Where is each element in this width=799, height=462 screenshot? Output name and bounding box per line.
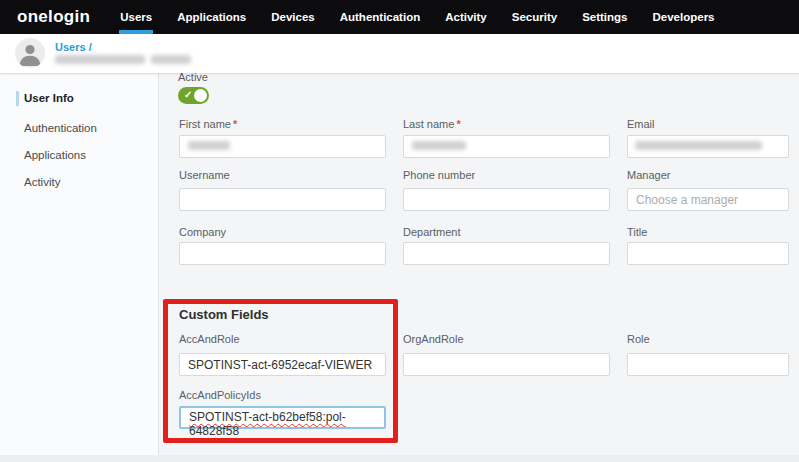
acc-and-policy-ids-value: SPOTINST-act-b62bef58:pol-64828f58 <box>189 410 346 438</box>
redacted-first-name <box>188 141 230 150</box>
nav-item-developers[interactable]: Developers <box>653 0 715 34</box>
redacted-email <box>635 141 762 150</box>
nav-item-devices[interactable]: Devices <box>271 0 314 34</box>
email-label: Email <box>627 118 655 130</box>
company-input[interactable] <box>179 242 386 265</box>
username-input[interactable] <box>179 188 386 211</box>
manager-input[interactable] <box>627 188 789 211</box>
sidebar-item-user-info[interactable]: User Info <box>24 92 74 104</box>
org-and-role-label: OrgAndRole <box>403 333 464 345</box>
first-name-label: First name* <box>179 118 237 130</box>
acc-and-role-label: AccAndRole <box>179 333 240 345</box>
footer-strip <box>0 455 799 462</box>
username-label: Username <box>179 169 230 181</box>
acc-and-policy-ids-input[interactable]: SPOTINST-act-b62bef58:pol-64828f58 <box>179 406 386 429</box>
org-and-role-input[interactable] <box>403 353 610 376</box>
title-label: Title <box>627 226 647 238</box>
user-avatar-icon <box>15 38 45 68</box>
custom-fields-title: Custom Fields <box>179 307 269 322</box>
manager-label: Manager <box>627 169 670 181</box>
required-mark: * <box>456 118 460 130</box>
redacted-user-name <box>55 55 145 64</box>
nav-items: Users Applications Devices Authenticatio… <box>120 0 714 34</box>
nav-item-applications[interactable]: Applications <box>177 0 246 34</box>
department-input[interactable] <box>403 242 610 265</box>
acc-and-policy-ids-label: AccAndPolicyIds <box>179 389 261 401</box>
nav-item-users[interactable]: Users <box>120 0 152 34</box>
page-header: Users / <box>0 34 799 73</box>
department-label: Department <box>403 226 460 238</box>
breadcrumb[interactable]: Users / <box>55 41 92 53</box>
active-toggle[interactable]: ✓ <box>178 87 209 104</box>
phone-label: Phone number <box>403 169 475 181</box>
nav-item-settings[interactable]: Settings <box>582 0 627 34</box>
redacted-last-name <box>412 141 466 150</box>
last-name-label: Last name* <box>403 118 461 130</box>
sidebar-item-applications[interactable]: Applications <box>24 149 86 161</box>
acc-and-role-input[interactable] <box>179 353 386 376</box>
redacted-user-name-2 <box>151 55 191 64</box>
sidebar-item-authentication[interactable]: Authentication <box>24 122 97 134</box>
title-input[interactable] <box>627 242 789 265</box>
sidebar-item-activity[interactable]: Activity <box>24 176 60 188</box>
sidebar-active-indicator <box>16 91 19 106</box>
required-mark: * <box>233 118 237 130</box>
nav-item-activity[interactable]: Activity <box>445 0 487 34</box>
nav-item-authentication[interactable]: Authentication <box>340 0 421 34</box>
onelogin-logo[interactable]: onelogin <box>17 7 90 27</box>
phone-input[interactable] <box>403 188 610 211</box>
role-label: Role <box>627 333 650 345</box>
toggle-knob <box>194 89 207 102</box>
nav-item-security[interactable]: Security <box>512 0 557 34</box>
role-input[interactable] <box>627 353 789 376</box>
sidebar: User Info Authentication Applications Ac… <box>0 73 159 455</box>
app-window: onelogin Users Applications Devices Auth… <box>0 0 799 462</box>
check-icon: ✓ <box>184 89 192 100</box>
user-avatar <box>15 38 45 68</box>
company-label: Company <box>179 226 226 238</box>
top-nav: onelogin Users Applications Devices Auth… <box>0 0 799 34</box>
